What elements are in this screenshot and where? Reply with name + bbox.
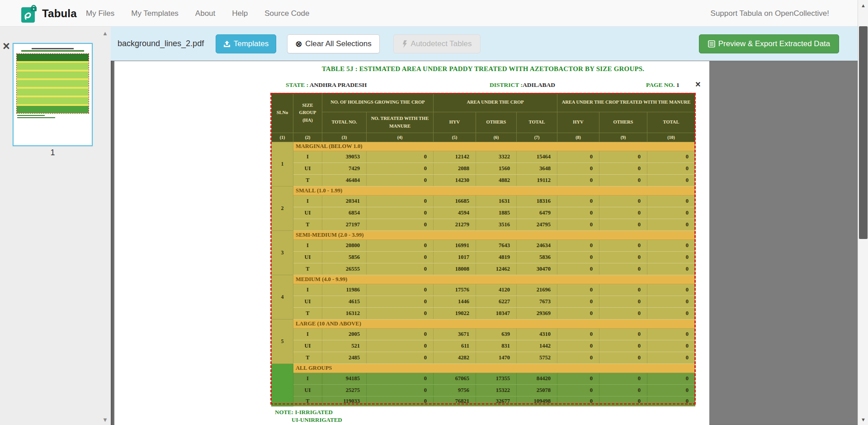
table-cell: 0 — [599, 219, 647, 231]
table-cell: 0 — [367, 373, 434, 385]
clear-selections-button[interactable]: ⊗ Clear All Selections — [287, 34, 380, 53]
brand-name[interactable]: Tabula — [42, 7, 77, 20]
table-cell: 76821 — [434, 396, 476, 406]
sidebar-scroll-up-icon[interactable]: ▲ — [102, 30, 108, 37]
table-cell: 0 — [647, 207, 695, 219]
nav-my-templates[interactable]: My Templates — [131, 9, 179, 18]
size-group-label: SEMI-MEDIUM (2.0 - 3.99) — [293, 231, 695, 240]
nav-about[interactable]: About — [195, 9, 215, 18]
table-cell: 3322 — [476, 151, 517, 163]
remove-page-button[interactable]: × — [3, 40, 10, 53]
table-cell: 0 — [367, 151, 434, 163]
table-cell: 0 — [557, 163, 599, 175]
table-cell: 16312 — [322, 308, 367, 320]
table-cell: 0 — [367, 219, 434, 231]
table-cell: 0 — [599, 296, 647, 308]
templates-label: Templates — [234, 39, 269, 48]
table-cell: 0 — [647, 373, 695, 385]
table-cell: 521 — [322, 340, 367, 352]
support-link[interactable]: Support Tabula on OpenCollective! — [711, 0, 829, 27]
table-cell: 0 — [599, 175, 647, 186]
nav-help[interactable]: Help — [232, 9, 248, 18]
circle-x-icon: ⊗ — [295, 40, 302, 48]
selection-close-icon[interactable]: × — [695, 80, 701, 89]
table-cell: 3671 — [434, 329, 476, 340]
table-header-row: SLNoSIZE GROUP (HA)NO. OF HOLDINGS GROWI… — [272, 93, 695, 112]
size-group-label: MEDIUM (4.0 - 9.99) — [293, 275, 695, 284]
size-group-row: 1MARGINAL (BELOW 1.0) — [272, 142, 695, 151]
table-cell: 1446 — [434, 296, 476, 308]
table-cell: 0 — [647, 284, 695, 296]
table-cell: 21696 — [517, 284, 557, 296]
table-cell: 17576 — [434, 284, 476, 296]
nav-source-code[interactable]: Source Code — [264, 9, 309, 18]
state-label: STATE : — [286, 81, 308, 88]
size-group-label: LARGE (10 AND ABOVE) — [293, 320, 695, 329]
scrollbar-up-icon[interactable]: ▲ — [858, 1, 868, 10]
export-button[interactable]: Preview & Export Extracted Data — [699, 34, 839, 53]
table-subheader-row: TOTAL NO.NO. TREATED WITH THE MANUREHYVO… — [272, 112, 695, 133]
table-cell: 0 — [647, 151, 695, 163]
table-cell: UI — [293, 340, 322, 352]
scrollbar-down-icon[interactable]: ▼ — [858, 415, 868, 424]
column-header: AREA UNDER THE CROP — [434, 93, 557, 112]
table-cell: 0 — [599, 207, 647, 219]
table-cell: T — [293, 308, 322, 320]
table-cell: T — [293, 352, 322, 364]
table-cell: 2005 — [322, 329, 367, 340]
main-scrollbar-thumb[interactable] — [859, 26, 868, 239]
autodetect-tables-button[interactable]: Autodetect Tables — [393, 34, 481, 53]
table-cell: 1470 — [476, 352, 517, 364]
table-cell: 0 — [367, 163, 434, 175]
table-row: I2005036716394310000 — [272, 329, 695, 340]
sidebar-scroll-down-icon[interactable]: ▼ — [102, 416, 108, 423]
nav-my-files[interactable]: My Files — [86, 9, 114, 18]
slno-cell: 3 — [272, 231, 293, 275]
column-header: SIZE GROUP (HA) — [293, 93, 322, 133]
table-cell: 0 — [599, 163, 647, 175]
table-cell: 25078 — [517, 385, 557, 396]
table-cell: UI — [293, 163, 322, 175]
table-cell: 30470 — [517, 263, 557, 275]
table-cell: 0 — [599, 308, 647, 320]
table-cell: 0 — [557, 352, 599, 364]
table-cell: 0 — [647, 219, 695, 231]
table-cell: 7673 — [517, 296, 557, 308]
thumbnail-note-line — [17, 115, 45, 116]
table-cell: 18316 — [517, 196, 557, 207]
table-cell: 20341 — [322, 196, 367, 207]
table-cell: 0 — [367, 175, 434, 186]
table-cell: I — [293, 329, 322, 340]
table-cell: 0 — [557, 396, 599, 406]
table-cell: 4120 — [476, 284, 517, 296]
tabula-app: Tabula My Files My Templates About Help … — [0, 0, 868, 425]
table-cell: 0 — [367, 352, 434, 364]
column-number-cell: (6) — [476, 133, 517, 142]
main-scrollbar-track[interactable]: ▲ ▼ — [858, 0, 868, 425]
table-cell: 0 — [647, 308, 695, 320]
table-row: T265550180081246230470000 — [272, 263, 695, 275]
page-thumbnail[interactable] — [13, 43, 93, 146]
thumbnail-table-preview — [16, 53, 89, 114]
table-cell: 17355 — [476, 373, 517, 385]
table-cell: 20800 — [322, 240, 367, 252]
column-subheader: TOTAL NO. — [322, 112, 367, 133]
table-cell: 0 — [647, 396, 695, 406]
table-cell: 24795 — [517, 219, 557, 231]
table-cell: T — [293, 263, 322, 275]
table-cell: 1560 — [476, 163, 517, 175]
table-cell: 0 — [599, 252, 647, 263]
table-cell: 12142 — [434, 151, 476, 163]
table-cell: 3648 — [517, 163, 557, 175]
table-cell: 21279 — [434, 219, 476, 231]
doc-state: STATE : ANDHRA PRADESH — [286, 81, 367, 89]
column-number-cell: (10) — [647, 133, 695, 142]
brand[interactable]: Tabula — [20, 3, 77, 24]
table-cell: 831 — [476, 340, 517, 352]
table-cell: 0 — [367, 207, 434, 219]
pdf-page[interactable]: TABLE 5J : ESTIMATED AREA UNDER PADDY TR… — [114, 61, 709, 425]
templates-button[interactable]: Templates — [216, 34, 276, 53]
table-cell: 0 — [557, 151, 599, 163]
table-cell: I — [293, 240, 322, 252]
table-cell: 4594 — [434, 207, 476, 219]
